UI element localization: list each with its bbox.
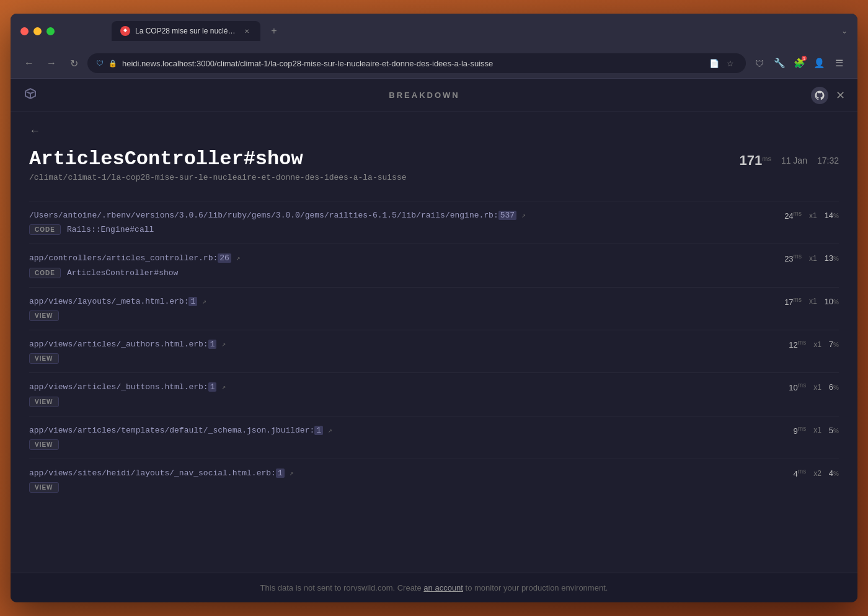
tab-favicon <box>120 26 130 36</box>
close-button[interactable]: ✕ <box>836 89 845 102</box>
entry-count: x1 <box>809 297 817 306</box>
page-meta: 171ms 11 Jan 17:32 <box>740 147 839 169</box>
entry-path: app/views/articles/_buttons.html.erb:1 ↗ <box>29 382 226 392</box>
close-traffic-light[interactable] <box>20 27 29 35</box>
list-item: app/views/articles/_buttons.html.erb:1 ↗… <box>29 372 839 415</box>
entry-count: x2 <box>813 469 822 478</box>
entry-count: x1 <box>809 254 817 263</box>
app-header: BREAKDOWN ✕ <box>11 79 857 112</box>
tab-expand-icon[interactable]: ⌄ <box>841 27 848 35</box>
back-nav-button[interactable]: ← <box>29 125 40 138</box>
address-bar[interactable]: 🛡 🔒 heidi.news.localhost:3000/climat/cli… <box>87 53 746 73</box>
entry-header: app/views/articles/_authors.html.erb:1 ↗… <box>29 339 839 350</box>
back-icon: ← <box>24 58 34 69</box>
page-time: 17:32 <box>817 156 839 165</box>
active-tab[interactable]: La COP28 mise sur le nucléaire ✕ <box>112 21 260 41</box>
shield-toolbar-icon[interactable]: 🛡 <box>751 55 768 72</box>
entry-badge: CODE <box>29 224 61 235</box>
entry-path: app/views/sites/heidi/layouts/_nav_socia… <box>29 469 293 478</box>
entry-arrow-icon: ↗ <box>290 469 294 477</box>
entry-percent: 14% <box>825 211 839 220</box>
entry-path: app/views/layouts/_meta.html.erb:1 ↗ <box>29 297 206 306</box>
url-text: heidi.news.localhost:3000/climat/climat-… <box>122 59 702 68</box>
entry-label-row: VIEW <box>29 397 839 407</box>
entry-count: x1 <box>813 426 822 434</box>
footer: This data is not sent to rorvswild.com. … <box>11 573 857 602</box>
entry-method: Rails::Engine#call <box>67 225 154 234</box>
entry-stats: 17ms x1 10% <box>784 296 839 307</box>
entry-count: x1 <box>813 340 822 349</box>
entry-header: app/views/sites/heidi/layouts/_nav_socia… <box>29 468 839 478</box>
footer-link[interactable]: an account <box>423 583 463 592</box>
entry-badge: VIEW <box>29 310 59 321</box>
entry-arrow-icon: ↗ <box>236 254 241 262</box>
entry-arrow-icon: ↗ <box>202 297 206 306</box>
reload-icon: ↻ <box>70 58 78 69</box>
path-text: app/views/layouts/_meta.html.erb:1 <box>29 297 197 306</box>
tab-bar: La COP28 mise sur le nucléaire ✕ + <box>62 20 332 42</box>
entry-stats: 12ms x1 7% <box>789 339 839 350</box>
tools-icon[interactable]: 🔧 <box>771 55 788 72</box>
page-date: 11 Jan <box>781 156 807 165</box>
entry-label-row: CODE Rails::Engine#call <box>29 224 839 235</box>
extension-badge: 1 <box>802 56 807 61</box>
entry-label-row: VIEW <box>29 310 839 321</box>
shield-icon: 🛡 <box>96 59 104 68</box>
reload-button[interactable]: ↻ <box>65 55 82 72</box>
lock-icon: 🔒 <box>108 59 117 68</box>
entry-time: 12ms <box>789 339 806 350</box>
path-text: app/views/articles/_buttons.html.erb:1 <box>29 382 216 392</box>
minimize-traffic-light[interactable] <box>33 27 42 35</box>
entry-time: 10ms <box>789 382 806 392</box>
entry-arrow-icon: ↗ <box>221 383 226 391</box>
entry-time: 24ms <box>784 210 802 221</box>
entry-path: app/views/articles/templates/default/_sc… <box>29 426 332 435</box>
entry-time: 4ms <box>794 468 807 478</box>
new-tab-button[interactable]: + <box>265 22 283 40</box>
entry-badge: VIEW <box>29 439 59 450</box>
entry-badge: VIEW <box>29 353 59 364</box>
entry-header: /Users/antoine/.rbenv/versions/3.0.6/lib… <box>29 210 839 221</box>
maximize-traffic-light[interactable] <box>46 27 55 35</box>
entry-stats: 23ms x1 13% <box>784 253 839 263</box>
entry-label-row: VIEW <box>29 353 839 364</box>
reader-mode-icon[interactable]: 📄 <box>707 56 721 70</box>
logo-icon[interactable] <box>23 86 38 104</box>
bookmark-icon[interactable]: ☆ <box>724 56 737 70</box>
response-time-unit: ms <box>762 155 771 162</box>
entry-percent: 4% <box>829 469 839 478</box>
entry-arrow-icon: ↗ <box>221 340 226 348</box>
header-right: ✕ <box>811 87 845 104</box>
entry-arrow-icon: ↗ <box>328 426 332 434</box>
entry-method: ArticlesController#show <box>67 268 178 278</box>
entry-path: app/views/articles/_authors.html.erb:1 ↗ <box>29 340 226 349</box>
back-button[interactable]: ← <box>20 55 38 72</box>
list-item: app/views/articles/_authors.html.erb:1 ↗… <box>29 330 839 372</box>
tab-close-button[interactable]: ✕ <box>242 26 252 36</box>
profile-icon[interactable]: 👤 <box>810 55 828 72</box>
entry-label-row: VIEW <box>29 482 839 493</box>
traffic-lights <box>20 27 55 35</box>
list-item: app/views/layouts/_meta.html.erb:1 ↗ 17m… <box>29 287 839 330</box>
path-text: app/views/articles/_authors.html.erb:1 <box>29 340 216 349</box>
entry-arrow-icon: ↗ <box>521 211 526 219</box>
path-text: app/controllers/articles_controller.rb:2… <box>29 253 231 263</box>
forward-button[interactable]: → <box>43 55 60 72</box>
forward-icon: → <box>46 58 56 69</box>
path-text: /Users/antoine/.rbenv/versions/3.0.6/lib… <box>29 211 516 220</box>
page-title: ArticlesController#show <box>29 147 303 170</box>
entry-header: app/views/articles/templates/default/_sc… <box>29 425 839 436</box>
menu-icon[interactable]: ☰ <box>830 55 848 72</box>
list-item: /Users/antoine/.rbenv/versions/3.0.6/lib… <box>29 201 839 244</box>
entry-percent: 6% <box>829 382 839 392</box>
footer-text-suffix: to monitor your production environment. <box>466 583 608 592</box>
entry-stats: 24ms x1 14% <box>784 210 839 221</box>
entry-percent: 13% <box>825 253 839 263</box>
github-icon[interactable] <box>811 87 828 104</box>
list-item: app/controllers/articles_controller.rb:2… <box>29 244 839 286</box>
entry-label-row: CODE ArticlesController#show <box>29 268 839 278</box>
entry-list: /Users/antoine/.rbenv/versions/3.0.6/lib… <box>29 201 839 501</box>
extensions-icon[interactable]: 🧩 1 <box>790 55 808 72</box>
entry-percent: 7% <box>829 340 839 349</box>
title-bar: La COP28 mise sur le nucléaire ✕ + ⌄ <box>11 14 857 48</box>
